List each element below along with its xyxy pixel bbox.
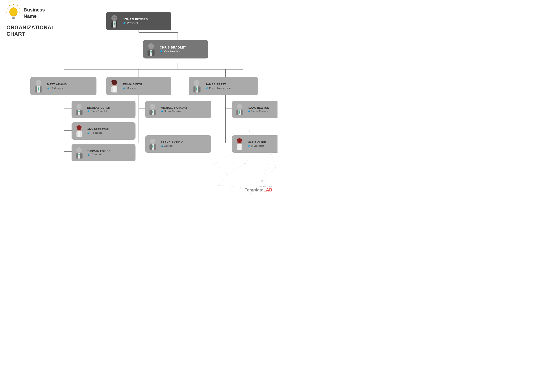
matt-name: MATT ADAMS [47,83,67,86]
michael-name: MICHAEL FARADAY [161,106,187,109]
briefcase-icon-emma: 🧳 [123,87,126,89]
svg-point-103 [77,128,82,130]
svg-point-133 [237,138,242,142]
node-matt-adams: MATT ADAMS 🧳 IT Manager [30,77,96,95]
node-james-pratt: JAMES PRATT 🧳 Project Management [189,77,258,95]
svg-point-83 [111,83,117,85]
avatar-isaac [234,103,245,116]
svg-rect-136 [239,144,241,150]
svg-point-126 [237,104,242,109]
svg-point-75 [36,80,41,86]
briefcase-icon-amy: 🧳 [87,132,90,134]
svg-line-31 [9,5,10,6]
briefcase-icon-isaac: 🧳 [248,110,250,112]
avatar-amy [74,125,85,137]
svg-point-114 [150,104,155,109]
svg-point-69 [148,43,154,49]
thoman-name: THOMAN EDISON [87,150,111,153]
svg-line-29 [17,5,18,6]
divider [7,22,49,22]
svg-line-14 [271,153,275,168]
briefcase-icon-marie: 🧳 [248,145,250,147]
avatar-thoman [74,146,85,159]
node-francis-crick: FRANCIS CRICK 🧳 Asisstant [145,135,211,153]
svg-point-82 [111,80,117,83]
briefcase-icon-matt: 🧳 [47,87,50,89]
briefcase-icon-vp: 🧳 [160,50,163,53]
nicolas-role: 🧳 Senior Specialist [87,110,110,112]
amy-role: 🧳 IT Specialist [87,132,109,134]
briefcase-icon: 🧳 [123,22,126,25]
vp-role: 🧳 Vice President [160,50,186,53]
svg-point-16 [261,180,263,182]
emma-role: 🧳 Manager [123,87,142,89]
avatar-vp [145,42,157,56]
svg-point-95 [77,104,82,109]
avatar-francis [147,137,158,150]
svg-line-0 [245,164,262,181]
node-nicolas-coper: NICOLAS COPER 🧳 Senior Specialist [72,101,136,118]
svg-line-12 [219,185,241,187]
svg-point-35 [9,7,17,16]
svg-line-10 [215,153,234,164]
logo-icon [7,4,21,21]
watermark: CREATED BY TemplateLAB [245,185,272,192]
created-by: CREATED BY [245,185,272,188]
briefcase-icon-francis: 🧳 [161,145,163,147]
isaac-role: 🧳 Support Manager [248,110,269,112]
avatar-michael [147,103,158,116]
matt-role: 🧳 IT Manager [47,87,67,89]
svg-point-19 [240,187,241,188]
avatar-emma [108,79,120,93]
nicolas-name: NICOLAS COPER [87,106,110,109]
svg-line-3 [228,164,245,174]
header: Business Name [7,4,54,21]
node-vp: CHRIS BRADLEY 🧳 Vice President [143,40,208,58]
svg-point-23 [249,130,250,132]
svg-point-60 [111,15,117,21]
briefcase-icon-thoman: 🧳 [87,153,90,156]
svg-point-134 [237,141,242,143]
svg-line-9 [215,164,228,174]
node-marie-curie: MARIE CURIE 🧳 IT Consultant [232,135,278,153]
amy-name: AMY PRESSTON [87,128,109,131]
michael-role: 🧳 Service Specialist [161,110,187,112]
svg-line-30 [19,9,20,9]
svg-point-68 [115,17,116,18]
svg-rect-105 [78,131,80,137]
briefcase-icon-james: 🧳 [205,87,208,89]
svg-point-27 [275,167,276,169]
svg-point-24 [218,185,220,186]
business-name: Business Name [24,7,54,19]
chart-title-section: ORGANIZATIONALCHART [7,22,55,37]
svg-rect-86 [113,86,116,93]
svg-point-120 [150,139,155,144]
marie-name: MARIE CURIE [248,141,266,144]
svg-rect-38 [12,18,15,19]
background-network [202,120,278,196]
node-isaac-newton: ISAAC NEWTON 🧳 Support Manager [232,101,278,118]
svg-point-25 [214,163,215,164]
emma-name: EMMA SMITH [123,83,142,86]
svg-point-20 [227,174,228,175]
svg-point-89 [194,80,199,86]
briefcase-icon-nicolas: 🧳 [87,110,90,112]
chart-title: ORGANIZATIONALCHART [7,24,55,37]
francis-role: 🧳 Asisstant [161,145,183,147]
svg-rect-37 [12,17,15,18]
svg-rect-36 [12,16,15,16]
svg-point-26 [251,193,252,194]
president-name: JOHAN PETERS [123,18,148,21]
node-president: JOHAN PETERS 🧳 President [106,12,171,30]
node-emma-smith: EMMA SMITH 🧳 Manager [106,77,171,95]
avatar-marie [234,137,245,150]
brand-name: TemplateLAB [245,188,272,192]
marie-role: 🧳 IT Consultant [248,145,266,147]
briefcase-icon-michael: 🧳 [161,110,163,112]
node-amy-presston: AMY PRESSTON 🧳 IT Specialist [72,122,136,140]
isaac-name: ISAAC NEWTON [248,106,269,109]
svg-line-32 [7,9,8,9]
svg-point-67 [113,17,114,18]
node-thoman-edison: THOMAN EDISON 🧳 IT Specialist [72,144,136,161]
vp-name: CHRIS BRADLEY [160,46,186,49]
